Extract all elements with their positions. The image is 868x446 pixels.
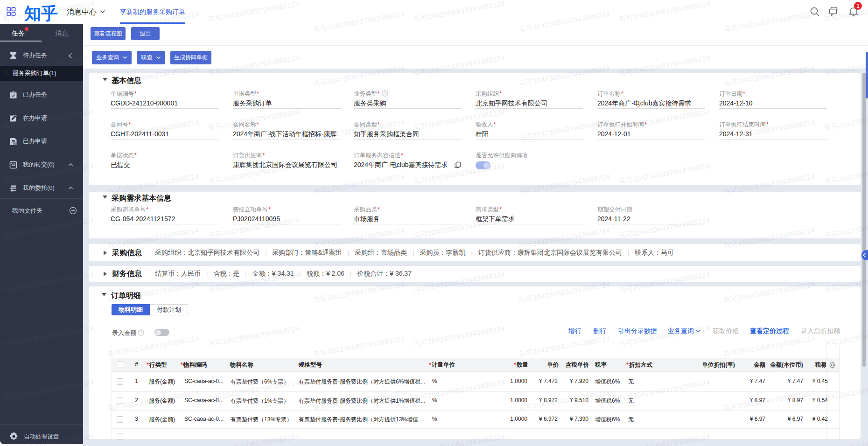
svg-text:?: ?	[140, 330, 142, 335]
svg-text:?: ?	[384, 91, 386, 96]
